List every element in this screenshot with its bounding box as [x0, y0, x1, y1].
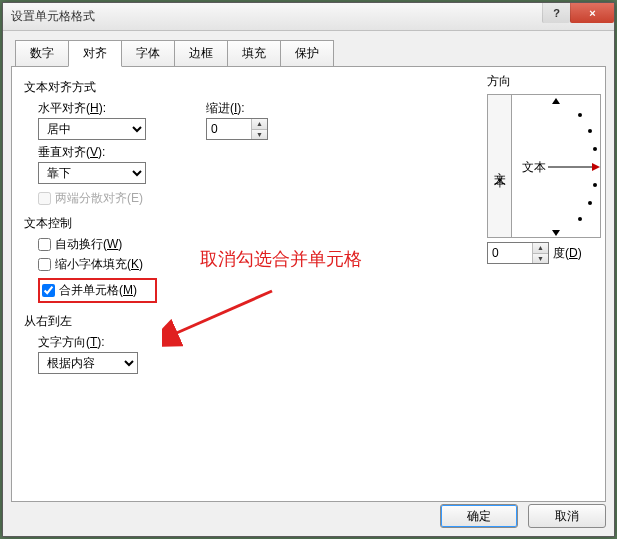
tab-protection[interactable]: 保护: [280, 40, 334, 67]
shrink-to-fit-checkbox[interactable]: [38, 258, 51, 271]
svg-point-2: [588, 129, 592, 133]
indent-spinner[interactable]: ▲ ▼: [206, 118, 268, 140]
orientation-degrees-spinner[interactable]: ▲ ▼: [487, 242, 549, 264]
orientation-degrees-row: ▲ ▼ 度(D): [487, 242, 601, 264]
orientation-degrees-input[interactable]: [488, 243, 532, 263]
orientation-vertical-button[interactable]: 文本: [488, 95, 512, 237]
orientation-sample-text: 文本: [522, 160, 546, 174]
svg-point-4: [593, 183, 597, 187]
spinner-up-icon[interactable]: ▲: [533, 243, 548, 254]
orientation-box: 文本: [487, 94, 601, 238]
justify-distributed-checkbox: [38, 192, 51, 205]
client-area: 数字 对齐 字体 边框 填充 保护 方向 文本: [11, 39, 606, 528]
tab-border[interactable]: 边框: [174, 40, 228, 67]
cancel-button[interactable]: 取消: [528, 504, 606, 528]
titlebar: 设置单元格格式 ? ×: [3, 3, 614, 31]
tab-font[interactable]: 字体: [121, 40, 175, 67]
wrap-text-label: 自动换行(W): [55, 236, 122, 253]
indent-label: 缩进(I):: [206, 100, 268, 117]
help-button[interactable]: ?: [542, 3, 570, 23]
dialog-window: 设置单元格格式 ? × 数字 对齐 字体 边框 填充 保护 方向 文本: [2, 2, 615, 537]
annotation-text: 取消勾选合并单元格: [200, 247, 362, 271]
merge-cells-highlight: 合并单元格(M): [38, 278, 157, 303]
merge-cells-checkbox[interactable]: [42, 284, 55, 297]
window-buttons: ? ×: [542, 3, 614, 23]
merge-cells-label: 合并单元格(M): [59, 282, 137, 299]
window-title: 设置单元格格式: [11, 8, 95, 25]
spinner-down-icon[interactable]: ▼: [252, 130, 267, 140]
tab-panel-alignment: 方向 文本: [11, 66, 606, 502]
shrink-to-fit-label: 缩小字体填充(K): [55, 256, 143, 273]
justify-distributed-label: 两端分散对齐(E): [55, 190, 143, 207]
horizontal-align-combo[interactable]: 居中: [38, 118, 146, 140]
svg-marker-9: [592, 163, 600, 171]
indent-input[interactable]: [207, 119, 251, 139]
ok-button[interactable]: 确定: [440, 504, 518, 528]
svg-point-5: [588, 201, 592, 205]
svg-marker-7: [552, 230, 560, 236]
rtl-section-label: 从右到左: [24, 313, 593, 330]
tab-fill[interactable]: 填充: [227, 40, 281, 67]
text-direction-label: 文字方向(T):: [38, 334, 593, 351]
svg-point-6: [578, 217, 582, 221]
dialog-footer: 确定 取消: [440, 504, 606, 528]
vertical-align-combo[interactable]: 靠下: [38, 162, 146, 184]
tab-strip: 数字 对齐 字体 边框 填充 保护: [15, 39, 606, 66]
orientation-dial[interactable]: 文本: [512, 95, 600, 237]
close-button[interactable]: ×: [570, 3, 614, 23]
orientation-group: 方向 文本: [487, 71, 601, 264]
orientation-degrees-label: 度(D): [553, 245, 582, 262]
spinner-down-icon[interactable]: ▼: [533, 254, 548, 264]
svg-marker-0: [552, 98, 560, 104]
rtl-body: 文字方向(T): 根据内容: [38, 334, 593, 374]
wrap-text-checkbox[interactable]: [38, 238, 51, 251]
spinner-up-icon[interactable]: ▲: [252, 119, 267, 130]
svg-point-1: [578, 113, 582, 117]
svg-point-3: [593, 147, 597, 151]
text-direction-combo[interactable]: 根据内容: [38, 352, 138, 374]
tab-alignment[interactable]: 对齐: [68, 40, 122, 67]
horizontal-align-label: 水平对齐(H):: [38, 100, 146, 117]
tab-number[interactable]: 数字: [15, 40, 69, 67]
orientation-section-label: 方向: [487, 73, 601, 90]
orientation-vertical-text: 文本: [491, 162, 508, 170]
